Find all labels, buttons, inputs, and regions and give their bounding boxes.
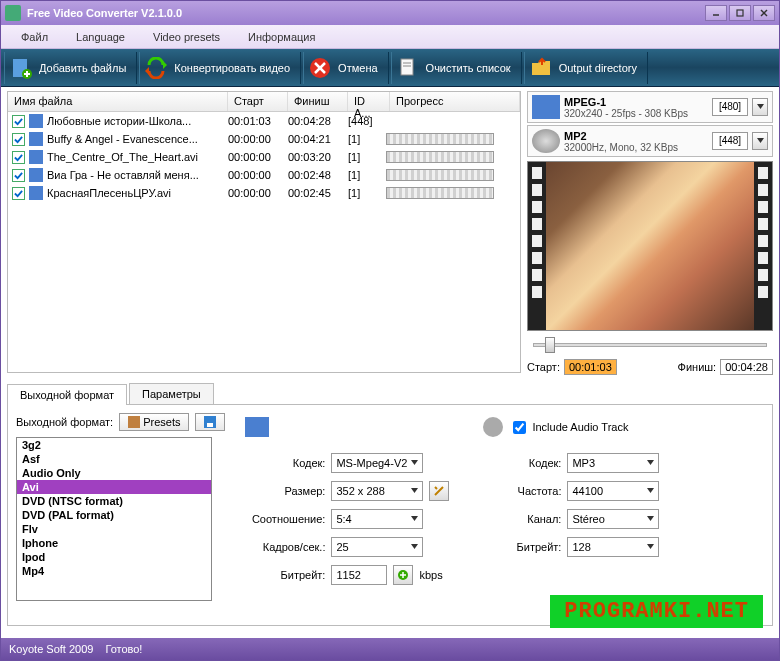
file-row[interactable]: The_Centre_Of_The_Heart.avi00:00:0000:03… <box>8 148 520 166</box>
v-bitrate-input[interactable]: 1152 <box>331 565 387 585</box>
file-name: The_Centre_Of_The_Heart.avi <box>47 151 228 163</box>
film-icon <box>532 95 560 119</box>
add-icon <box>9 56 33 80</box>
v-bitrate-label: Битрейт: <box>243 569 325 581</box>
v-size-input[interactable]: 352 x 288 <box>331 481 423 501</box>
file-id: [1] <box>348 151 386 163</box>
file-checkbox[interactable] <box>12 115 25 128</box>
copyright: Koyote Soft 2009 <box>9 643 93 655</box>
file-finish: 00:04:21 <box>288 133 348 145</box>
file-name: Buffy & Angel - Evanescence... <box>47 133 228 145</box>
a-codec-input[interactable]: MP3 <box>567 453 659 473</box>
file-checkbox[interactable] <box>12 133 25 146</box>
bitrate-add-button[interactable] <box>393 565 413 585</box>
a-chan-input[interactable]: Stéreo <box>567 509 659 529</box>
statusbar: Koyote Soft 2009 Готово! <box>1 638 779 660</box>
col-finish[interactable]: Финиш <box>288 92 348 111</box>
file-checkbox[interactable] <box>12 187 25 200</box>
save-preset-button[interactable] <box>195 413 225 431</box>
video-preset-sub: 320x240 - 25fps - 308 KBps <box>564 108 708 119</box>
filmstrip-left <box>528 162 546 330</box>
a-freq-input[interactable]: 44100 <box>567 481 659 501</box>
col-progress[interactable]: Прогресс <box>390 92 520 111</box>
output-label: Output directory <box>559 62 637 74</box>
clear-icon <box>396 56 420 80</box>
svg-marker-8 <box>163 61 167 69</box>
audio-preset-sub: 32000Hz, Mono, 32 KBps <box>564 142 708 153</box>
file-name: КраснаяПлесеньЦРУ.avi <box>47 187 228 199</box>
file-row[interactable]: КраснаяПлесеньЦРУ.avi00:00:0000:02:45[1] <box>8 184 520 202</box>
a-bitrate-input[interactable]: 128 <box>567 537 659 557</box>
file-finish: 00:04:28 <box>288 115 348 127</box>
video-preview[interactable] <box>527 161 773 331</box>
menu-video-presets[interactable]: Video presets <box>139 31 234 43</box>
format-option[interactable]: 3g2 <box>17 438 211 452</box>
svg-marker-9 <box>145 67 149 75</box>
format-option[interactable]: Audio Only <box>17 466 211 480</box>
file-row[interactable]: Buffy & Angel - Evanescence...00:00:0000… <box>8 130 520 148</box>
svg-marker-32 <box>647 516 654 521</box>
file-icon <box>29 150 43 164</box>
tab-output-format[interactable]: Выходной формат <box>7 384 127 405</box>
tab-parameters[interactable]: Параметры <box>129 383 214 404</box>
seek-thumb[interactable] <box>545 337 555 353</box>
file-start: 00:00:00 <box>228 133 288 145</box>
format-list[interactable]: 3g2AsfAudio OnlyAviDVD (NTSC format)DVD … <box>16 437 212 601</box>
cancel-label: Отмена <box>338 62 377 74</box>
format-option[interactable]: DVD (NTSC format) <box>17 494 211 508</box>
file-row[interactable]: Любовные истории-Школа...00:01:0300:04:2… <box>8 112 520 130</box>
format-option[interactable]: Flv <box>17 522 211 536</box>
titlebar: Free Video Converter V2.1.0.0 <box>1 1 779 25</box>
v-ratio-input[interactable]: 5:4 <box>331 509 423 529</box>
clear-label: Очистить список <box>426 62 511 74</box>
format-option[interactable]: Asf <box>17 452 211 466</box>
svg-marker-22 <box>411 460 418 465</box>
include-audio-checkbox[interactable] <box>513 421 526 434</box>
seek-slider[interactable] <box>527 335 773 355</box>
file-checkbox[interactable] <box>12 169 25 182</box>
svg-marker-23 <box>411 488 418 493</box>
file-row[interactable]: Виа Гра - Не оставляй меня...00:00:0000:… <box>8 166 520 184</box>
col-start[interactable]: Старт <box>228 92 288 111</box>
clear-list-button[interactable]: Очистить список <box>391 52 522 84</box>
file-checkbox[interactable] <box>12 151 25 164</box>
file-start: 00:00:00 <box>228 187 288 199</box>
add-files-button[interactable]: Добавить файлы <box>4 52 137 84</box>
presets-button[interactable]: Presets <box>119 413 189 431</box>
a-freq-label: Частота: <box>479 485 561 497</box>
finish-time-label: Финиш: <box>678 361 717 373</box>
video-preset-name: MPEG-1 <box>564 96 708 108</box>
v-size-label: Размер: <box>243 485 325 497</box>
maximize-button[interactable] <box>729 5 751 21</box>
a-chan-label: Канал: <box>479 513 561 525</box>
format-option[interactable]: Avi <box>17 480 211 494</box>
col-id[interactable]: ID A... <box>348 92 390 111</box>
format-option[interactable]: Mp4 <box>17 564 211 578</box>
v-codec-input[interactable]: MS-Mpeg4-V2 <box>331 453 423 473</box>
menu-language[interactable]: Language <box>62 31 139 43</box>
finish-time-value[interactable]: 00:04:28 <box>720 359 773 375</box>
menu-info[interactable]: Информация <box>234 31 329 43</box>
file-id: [448] <box>348 115 386 127</box>
menu-file[interactable]: Файл <box>7 31 62 43</box>
format-option[interactable]: DVD (PAL format) <box>17 508 211 522</box>
video-preset-value[interactable]: [480] <box>712 98 748 116</box>
video-preset-dropdown[interactable] <box>752 98 768 116</box>
convert-button[interactable]: Конвертировать видео <box>139 52 301 84</box>
audio-preset-value[interactable]: [448] <box>712 132 748 150</box>
file-name: Любовные истории-Школа... <box>47 115 228 127</box>
audio-preset-dropdown[interactable] <box>752 132 768 150</box>
minimize-button[interactable] <box>705 5 727 21</box>
close-button[interactable] <box>753 5 775 21</box>
svg-marker-33 <box>647 544 654 549</box>
svg-rect-20 <box>207 423 213 427</box>
save-icon <box>204 416 216 428</box>
format-option[interactable]: Ipod <box>17 550 211 564</box>
size-edit-button[interactable] <box>429 481 449 501</box>
start-time-value[interactable]: 00:01:03 <box>564 359 617 375</box>
v-fps-input[interactable]: 25 <box>331 537 423 557</box>
cancel-button[interactable]: Отмена <box>303 52 388 84</box>
col-name[interactable]: Имя файла <box>8 92 228 111</box>
format-option[interactable]: Iphone <box>17 536 211 550</box>
output-dir-button[interactable]: Output directory <box>524 52 648 84</box>
